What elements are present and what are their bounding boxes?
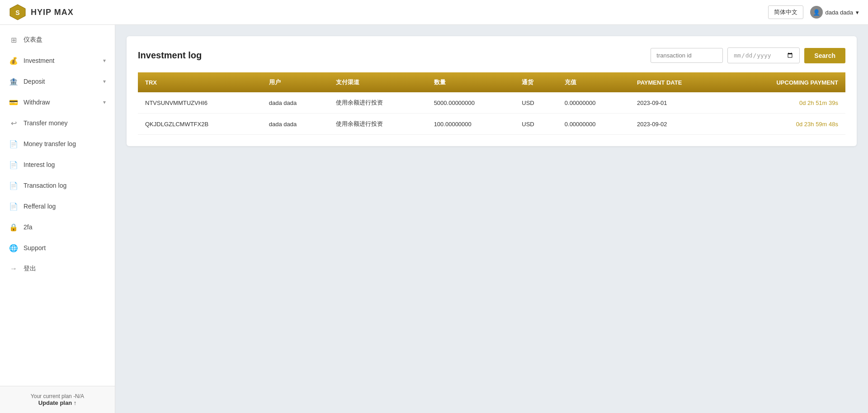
sidebar-item-withdraw[interactable]: 💳 Withdraw ▾: [0, 92, 115, 113]
table-column-header: 数量: [427, 72, 515, 92]
sidebar-item-label: 仪表盘: [24, 36, 106, 44]
upcoming-payment-cell: 0d 23h 59m 48s: [724, 114, 845, 135]
sidebar-item-label: Money transfer log: [24, 140, 106, 147]
table-cell: 0.00000000: [557, 114, 630, 135]
header-controls: Search: [651, 47, 845, 63]
sidebar-item-transaction-log[interactable]: 📄 Transaction log: [0, 175, 115, 196]
table-row: NTVSUNVMMTUZVHI6dada dada使用余额进行投资5000.00…: [138, 92, 845, 114]
sidebar-item-investment[interactable]: 💰 Investment ▾: [0, 50, 115, 71]
deposit-icon: 🏦: [9, 77, 18, 86]
user-name: dada dada: [826, 9, 853, 16]
sidebar-item-logout[interactable]: → 登出: [0, 258, 115, 279]
sidebar-item-label: Refferal log: [24, 203, 106, 210]
sidebar-item-interest-log[interactable]: 📄 Interest log: [0, 154, 115, 175]
table-cell: QKJDLGZLCMWTFX2B: [138, 114, 262, 135]
table-column-header: TRX: [138, 72, 262, 92]
page-title: Investment log: [138, 50, 202, 61]
logo-icon: S: [9, 4, 26, 21]
sidebar-item-label: 2fa: [24, 223, 106, 231]
sidebar-item-label: Deposit: [24, 78, 98, 85]
user-chevron-icon: ▾: [856, 9, 859, 16]
table-cell: 使用余额进行投资: [329, 114, 426, 135]
search-button[interactable]: Search: [804, 48, 845, 63]
topbar-right: 简体中文 👤 dada dada ▾: [768, 5, 859, 19]
current-plan-text: Your current plan -N/A: [7, 393, 108, 399]
sidebar-item-dashboard[interactable]: ⊞ 仪表盘: [0, 29, 115, 50]
main-content: Investment log Search TRX用户支付渠道数量通货充值PAY…: [115, 25, 868, 413]
table-wrapper: TRX用户支付渠道数量通货充值PAYMENT DATEUPCOMING PAYM…: [138, 72, 845, 135]
table-cell: 100.00000000: [427, 114, 515, 135]
logo-text: HYIP MAX: [31, 8, 74, 17]
withdraw-icon: 💳: [9, 98, 18, 107]
sidebar-item-label: Investment: [24, 57, 98, 64]
2fa-icon: 🔒: [9, 223, 18, 232]
table-cell: USD: [514, 92, 557, 114]
user-menu-button[interactable]: 👤 dada dada ▾: [810, 6, 859, 19]
table-row: QKJDLGZLCMWTFX2Bdada dada使用余额进行投资100.000…: [138, 114, 845, 135]
table-head: TRX用户支付渠道数量通货充值PAYMENT DATEUPCOMING PAYM…: [138, 72, 845, 92]
table-column-header: PAYMENT DATE: [630, 72, 724, 92]
sidebar-item-label: Transaction log: [24, 182, 106, 189]
sidebar-item-label: 登出: [24, 265, 106, 273]
sidebar-footer: Your current plan -N/A Update plan ↑: [0, 386, 115, 413]
svg-text:S: S: [15, 9, 19, 16]
table-column-header: 充值: [557, 72, 630, 92]
table-column-header: UPCOMING PAYMENT: [724, 72, 845, 92]
table-cell: 0.00000000: [557, 92, 630, 114]
upcoming-payment-cell: 0d 2h 51m 39s: [724, 92, 845, 114]
table-column-header: 用户: [262, 72, 329, 92]
investment-table: TRX用户支付渠道数量通货充值PAYMENT DATEUPCOMING PAYM…: [138, 72, 845, 135]
table-column-header: 通货: [514, 72, 557, 92]
sidebar: ⊞ 仪表盘 💰 Investment ▾ 🏦 Deposit ▾ 💳 Withd…: [0, 25, 115, 413]
topbar: S HYIP MAX 简体中文 👤 dada dada ▾: [0, 0, 868, 25]
table-cell: 2023-09-01: [630, 92, 724, 114]
support-icon: 🌐: [9, 243, 18, 252]
transaction-log-icon: 📄: [9, 181, 18, 190]
sidebar-item-support[interactable]: 🌐 Support: [0, 237, 115, 258]
table-cell: 2023-09-02: [630, 114, 724, 135]
table-cell: NTVSUNVMMTUZVHI6: [138, 92, 262, 114]
interest-log-icon: 📄: [9, 160, 18, 169]
logout-icon: →: [9, 264, 18, 273]
transfer-money-icon: ↩: [9, 119, 18, 128]
avatar: 👤: [810, 6, 823, 19]
sidebar-item-label: Withdraw: [24, 99, 98, 106]
table-cell: dada dada: [262, 92, 329, 114]
sidebar-item-2fa[interactable]: 🔒 2fa: [0, 217, 115, 237]
table-body: NTVSUNVMMTUZVHI6dada dada使用余额进行投资5000.00…: [138, 92, 845, 135]
investment-log-card: Investment log Search TRX用户支付渠道数量通货充值PAY…: [127, 36, 857, 146]
transaction-id-input[interactable]: [651, 48, 723, 63]
table-cell: 使用余额进行投资: [329, 92, 426, 114]
main-layout: ⊞ 仪表盘 💰 Investment ▾ 🏦 Deposit ▾ 💳 Withd…: [0, 25, 868, 413]
table-column-header: 支付渠道: [329, 72, 426, 92]
table-header-row: TRX用户支付渠道数量通货充值PAYMENT DATEUPCOMING PAYM…: [138, 72, 845, 92]
sidebar-item-label: Support: [24, 244, 106, 252]
sidebar-nav: ⊞ 仪表盘 💰 Investment ▾ 🏦 Deposit ▾ 💳 Withd…: [0, 25, 115, 386]
table-cell: dada dada: [262, 114, 329, 135]
chevron-down-icon: ▾: [103, 78, 106, 85]
date-input[interactable]: [727, 47, 800, 63]
sidebar-item-refferal-log[interactable]: 📄 Refferal log: [0, 196, 115, 217]
logo: S HYIP MAX: [9, 4, 74, 21]
card-header: Investment log Search: [138, 47, 845, 63]
sidebar-item-money-transfer-log[interactable]: 📄 Money transfer log: [0, 133, 115, 154]
dashboard-icon: ⊞: [9, 35, 18, 44]
chevron-down-icon: ▾: [103, 99, 106, 105]
update-plan-button[interactable]: Update plan ↑: [7, 399, 108, 406]
table-cell: USD: [514, 114, 557, 135]
money-transfer-log-icon: 📄: [9, 139, 18, 148]
refferal-log-icon: 📄: [9, 202, 18, 211]
table-cell: 5000.00000000: [427, 92, 515, 114]
sidebar-item-deposit[interactable]: 🏦 Deposit ▾: [0, 71, 115, 92]
sidebar-item-transfer-money[interactable]: ↩ Transfer money: [0, 113, 115, 133]
sidebar-item-label: Transfer money: [24, 119, 106, 127]
sidebar-item-label: Interest log: [24, 161, 106, 168]
language-button[interactable]: 简体中文: [768, 5, 803, 19]
chevron-down-icon: ▾: [103, 57, 106, 64]
investment-icon: 💰: [9, 56, 18, 65]
